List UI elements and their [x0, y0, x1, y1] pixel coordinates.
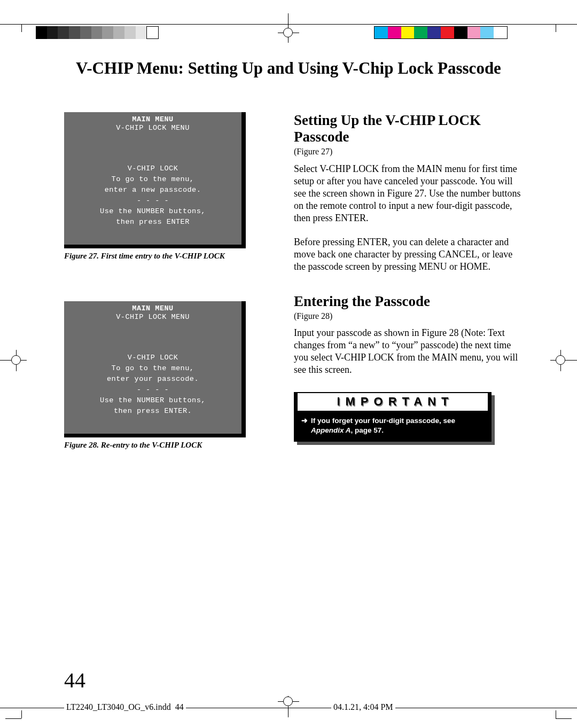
section-2-para-1: Input your passcode as shown in Figure 2…: [294, 327, 524, 376]
figure-27-caption: Figure 27. First time entry to the V-CHI…: [64, 252, 262, 261]
footer-page-overlay: 44: [175, 702, 184, 711]
registration-mark-top: [278, 13, 299, 43]
important-heading: IMPORTANT: [297, 392, 489, 411]
footer-slug: LT2240_LT3040_OG_v6.indd 44 04.1.21, 4:0…: [0, 702, 577, 724]
tv-main-menu-label: MAIN MENU: [64, 115, 241, 123]
crop-mark-top-right: [556, 16, 572, 32]
page-number: 44: [64, 668, 85, 693]
section-1-heading: Setting Up the V-CHIP LOCK Passcode: [294, 112, 524, 145]
tv-main-menu-label: MAIN MENU: [64, 304, 241, 312]
crop-mark-top-left: [5, 16, 21, 32]
tv-body-text: V-CHIP LOCK To go to the menu, enter a n…: [64, 163, 241, 228]
section-2-heading: Entering the Passcode: [294, 293, 524, 310]
important-text-post: , page 57.: [351, 426, 384, 434]
arrow-right-icon: ➜: [301, 416, 308, 435]
important-text-pre: If you forget your four-digit passcode, …: [311, 417, 455, 425]
section-1-figref: (Figure 27): [294, 146, 524, 157]
registration-mark-left: [0, 350, 27, 371]
tv-submenu-label: V-CHIP LOCK MENU: [64, 313, 241, 321]
crop-mark-bottom-right: [556, 710, 572, 726]
grayscale-bar: [36, 26, 159, 39]
color-bar: [374, 26, 508, 39]
tv-body-text: V-CHIP LOCK To go to the menu, enter you…: [64, 353, 241, 417]
figure-28: MAIN MENU V-CHIP LOCK MENU V-CHIP LOCK T…: [64, 301, 262, 450]
section-1-para-1: Select V-CHIP LOCK from the MAIN menu fo…: [294, 163, 524, 224]
registration-mark-bottom: [278, 696, 299, 717]
tv-submenu-label: V-CHIP LOCK MENU: [64, 124, 241, 132]
important-body: ➜ If you forget your four-digit passcode…: [294, 416, 492, 435]
important-text-em: Appendix A: [311, 426, 351, 434]
tv-screen-28: MAIN MENU V-CHIP LOCK MENU V-CHIP LOCK T…: [64, 301, 241, 434]
figure-28-caption: Figure 28. Re-entry to the V-CHIP LOCK: [64, 441, 262, 450]
crop-mark-bottom-left: [5, 710, 21, 726]
registration-top: [0, 13, 577, 35]
footer-datetime: 04.1.21, 4:04 PM: [331, 702, 395, 712]
important-box: IMPORTANT ➜ If you forget your four-digi…: [294, 392, 492, 442]
section-2-figref: (Figure 28): [294, 311, 524, 322]
footer-filename: LT2240_LT3040_OG_v6.indd: [66, 702, 171, 711]
tv-screen-27: MAIN MENU V-CHIP LOCK MENU V-CHIP LOCK T…: [64, 112, 241, 245]
registration-mark-right: [550, 350, 577, 371]
figure-27: MAIN MENU V-CHIP LOCK MENU V-CHIP LOCK T…: [64, 112, 262, 261]
page-title: V-CHIP Menu: Setting Up and Using V-Chip…: [0, 59, 577, 78]
section-1-para-2: Before pressing ENTER, you can delete a …: [294, 236, 524, 273]
